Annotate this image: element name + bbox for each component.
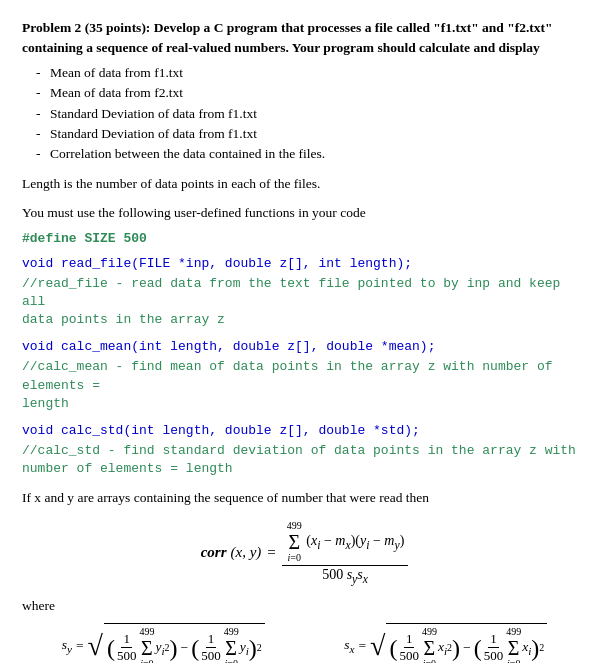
bullet-list: Mean of data from f1.txt Mean of data fr… xyxy=(50,63,587,164)
math-intro: If x and y are arrays containing the seq… xyxy=(22,488,587,508)
bullet-item-3: Standard Deviation of data from f1.txt xyxy=(50,104,587,124)
bullet-item-4: Standard Deviation of data from f1.txt xyxy=(50,124,587,144)
corr-numerator: 499 Σ i=0 (xi − mx)(yi − my) xyxy=(282,519,409,566)
sx-formula: sx = √ ( 1 500 499 Σ i=0 xi2 ) xyxy=(344,623,547,663)
para2: You must use the following user-defined … xyxy=(22,203,587,223)
code1-line: void read_file(FILE *inp, double z[], in… xyxy=(22,256,587,271)
para1: Length is the number of data points in e… xyxy=(22,174,587,194)
bullet-item-5: Correlation between the data contained i… xyxy=(50,144,587,164)
corr-formula: corr (x, y) = 499 Σ i=0 (xi − mx)(yi − m… xyxy=(22,519,587,587)
where-label: where xyxy=(22,596,587,616)
bullet-item-1: Mean of data from f1.txt xyxy=(50,63,587,83)
define-line: #define SIZE 500 xyxy=(22,231,587,246)
sy-sx-row: sy = √ ( 1 500 499 Σ i=0 yi2 ) xyxy=(22,623,587,663)
code3-comment: //calc_std - find standard deviation of … xyxy=(22,442,587,478)
code1-comment: //read_file - read data from the text fi… xyxy=(22,275,587,330)
code2-comment: //calc_mean - find mean of data points i… xyxy=(22,358,587,413)
code3-line: void calc_std(int length, double z[], do… xyxy=(22,423,587,438)
bullet-item-2: Mean of data from f2.txt xyxy=(50,83,587,103)
code2-line: void calc_mean(int length, double z[], d… xyxy=(22,339,587,354)
corr-denominator: 500 sysx xyxy=(318,566,372,587)
problem-container: Problem 2 (35 points): Develop a C progr… xyxy=(22,18,587,663)
sy-formula: sy = √ ( 1 500 499 Σ i=0 yi2 ) xyxy=(62,623,265,663)
problem-number: Problem 2 (35 points): xyxy=(22,20,150,35)
problem-header: Problem 2 (35 points): Develop a C progr… xyxy=(22,18,587,57)
